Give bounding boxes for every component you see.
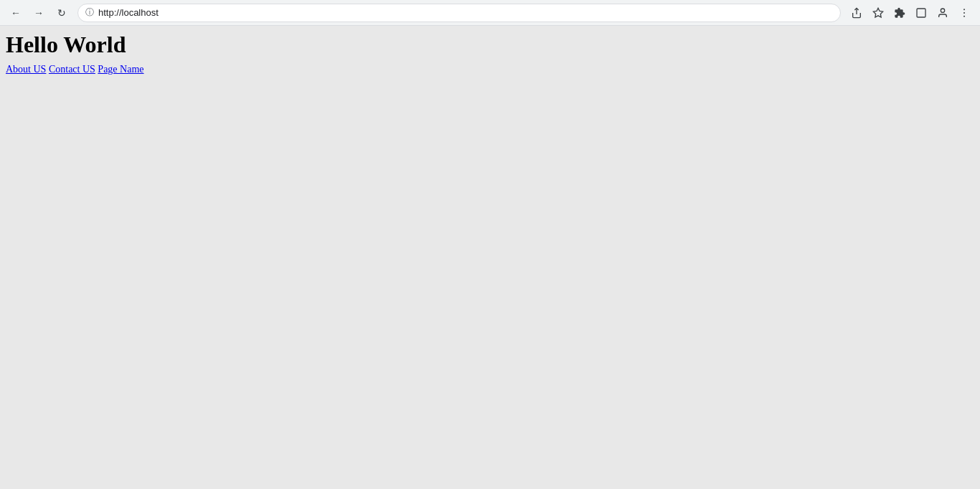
- svg-point-6: [963, 15, 965, 16]
- menu-icon[interactable]: [954, 3, 974, 23]
- extension-icon[interactable]: [890, 3, 910, 23]
- back-button[interactable]: ←: [6, 3, 26, 23]
- browser-toolbar-right: [847, 3, 974, 23]
- svg-marker-1: [873, 8, 882, 17]
- browser-chrome: ← → ↻ ⓘ http://localhost: [0, 0, 980, 26]
- nav-links: About US Contact US Page Name: [6, 64, 974, 75]
- about-us-link[interactable]: About US: [6, 64, 46, 75]
- svg-point-4: [963, 9, 965, 10]
- svg-rect-2: [917, 9, 925, 17]
- forward-button[interactable]: →: [29, 3, 49, 23]
- reload-button[interactable]: ↻: [52, 3, 72, 23]
- svg-point-5: [963, 12, 965, 14]
- svg-point-3: [941, 9, 944, 12]
- nav-buttons: ← → ↻: [6, 3, 72, 23]
- window-icon[interactable]: [911, 3, 931, 23]
- page-name-link[interactable]: Page Name: [98, 64, 143, 75]
- contact-us-link[interactable]: Contact US: [49, 64, 95, 75]
- address-bar[interactable]: ⓘ http://localhost: [77, 4, 841, 22]
- page-content: Hello World About US Contact US Page Nam…: [0, 26, 980, 489]
- share-icon[interactable]: [847, 3, 867, 23]
- bookmark-star-icon[interactable]: [868, 3, 888, 23]
- page-title: Hello World: [6, 32, 974, 58]
- profile-icon[interactable]: [933, 3, 953, 23]
- url-text: http://localhost: [98, 7, 159, 18]
- lock-icon: ⓘ: [85, 6, 94, 19]
